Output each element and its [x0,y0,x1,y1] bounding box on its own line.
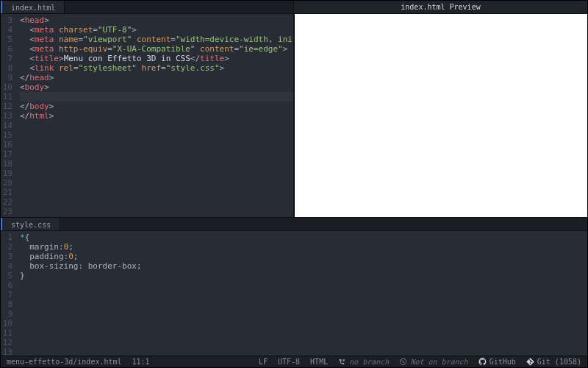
status-cursor[interactable]: 11:1 [132,358,150,366]
status-github-label: GitHub [490,358,516,366]
svg-line-2 [402,360,405,363]
status-github[interactable]: GitHub [478,358,516,366]
tab-index-html[interactable]: index.html [1,1,65,13]
tab-style-css[interactable]: style.css [1,218,60,230]
status-not-on-branch[interactable]: Not on branch [399,358,467,366]
status-language[interactable]: HTML [310,358,328,366]
status-git-label: Git (1058) [537,358,581,366]
status-branch-label: no branch [349,358,389,366]
editor-window: index.html 34567891011121314151617181920… [0,0,588,368]
branch-icon [338,358,346,366]
bottom-row: style.css 123456789101112131415 *{ margi… [1,217,587,355]
tabbar-html: index.html [1,1,293,14]
pane-css-editor: style.css 123456789101112131415 *{ margi… [1,218,587,355]
pane-html-editor: index.html 34567891011121314151617181920… [1,1,294,217]
info-icon [399,358,407,366]
code-css[interactable]: *{ margin:0; padding:0; box-sizing: bord… [17,231,587,355]
pane-preview: index.html Preview [294,1,587,217]
svg-point-0 [343,359,345,361]
status-filepath: menu-effetto-3d/index.html [7,358,122,366]
editor-html[interactable]: 3456789101112131415161718192021222324 <h… [1,14,293,217]
preview-surface [294,14,587,217]
status-branch[interactable]: no branch [338,358,389,366]
gutter-css: 123456789101112131415 [1,231,17,355]
top-row: index.html 34567891011121314151617181920… [1,1,587,217]
tabbar-preview: index.html Preview [294,1,587,14]
status-bar: menu-effetto-3d/index.html 11:1 LF UTF-8… [1,355,587,367]
tabbar-css: style.css [1,218,587,231]
editor-css[interactable]: 123456789101112131415 *{ margin:0; paddi… [1,231,587,355]
gutter-html: 3456789101112131415161718192021222324 [1,14,17,217]
github-icon [478,358,487,366]
code-html[interactable]: <head> <meta charset="UTF-8"> <meta name… [17,14,293,217]
status-line-ending[interactable]: LF [259,358,268,366]
status-encoding[interactable]: UTF-8 [278,358,300,366]
status-git[interactable]: Git (1058) [526,358,581,366]
git-icon [526,358,534,366]
tab-preview[interactable]: index.html Preview [294,1,587,13]
status-not-on-branch-label: Not on branch [410,358,467,366]
